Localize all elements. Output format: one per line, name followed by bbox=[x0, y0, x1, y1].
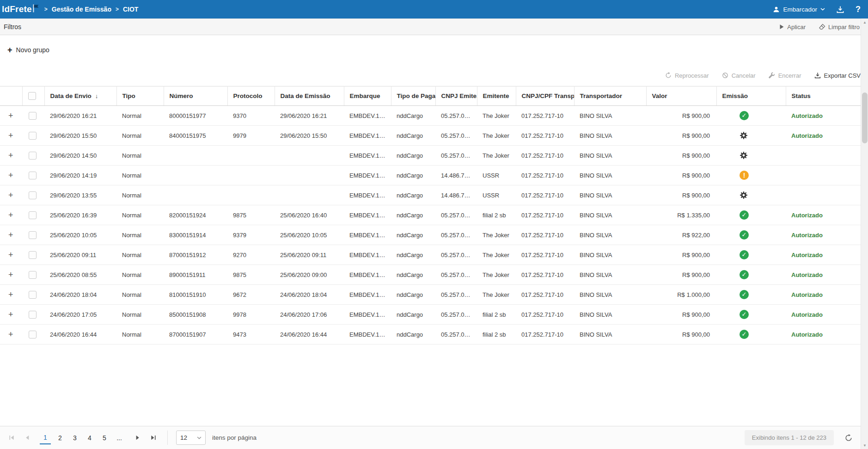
column-header-emitente[interactable]: Emitente bbox=[477, 86, 516, 106]
cell-tipo: Normal bbox=[116, 185, 164, 205]
page-button-2[interactable]: 2 bbox=[55, 431, 66, 444]
row-checkbox[interactable] bbox=[29, 311, 37, 319]
previous-page-button[interactable] bbox=[20, 431, 34, 445]
row-checkbox[interactable] bbox=[29, 132, 37, 140]
row-checkbox[interactable] bbox=[29, 211, 37, 219]
breadcrumb: > Gestão de Emissão > CIOT bbox=[44, 6, 139, 13]
cancel-button[interactable]: Cancelar bbox=[722, 72, 756, 79]
row-checkbox[interactable] bbox=[29, 152, 37, 160]
row-checkbox[interactable] bbox=[29, 172, 37, 179]
close-ciot-label: Encerrar bbox=[778, 72, 801, 79]
column-header-valor[interactable]: Valor bbox=[646, 86, 716, 106]
cell-tipo: Normal bbox=[116, 146, 164, 166]
column-header-embarque[interactable]: Embarque bbox=[344, 86, 391, 106]
expand-row-icon[interactable]: + bbox=[8, 250, 13, 259]
breadcrumb-item-ciot[interactable]: CIOT bbox=[123, 6, 138, 13]
column-header-transportador[interactable]: Transportador bbox=[574, 86, 646, 106]
first-page-button[interactable] bbox=[5, 431, 18, 445]
row-checkbox[interactable] bbox=[29, 251, 37, 259]
page-button-3[interactable]: 3 bbox=[69, 431, 80, 444]
export-csv-button[interactable]: Exportar CSV bbox=[814, 72, 861, 79]
row-checkbox[interactable] bbox=[29, 291, 37, 299]
cell-status: Autorizado bbox=[786, 265, 861, 285]
page-size-select[interactable]: 12 bbox=[176, 431, 206, 445]
cell-tipo: Normal bbox=[116, 126, 164, 146]
column-label: Emitente bbox=[483, 92, 509, 99]
expand-row-icon[interactable]: + bbox=[8, 111, 13, 120]
cell-emitente: USSR bbox=[477, 185, 516, 205]
expand-row-icon[interactable]: + bbox=[8, 151, 13, 160]
new-group-button[interactable]: + Novo grupo bbox=[7, 46, 49, 54]
column-header-status[interactable]: Status bbox=[786, 86, 861, 106]
pager-ellipsis-button[interactable]: ... bbox=[114, 431, 125, 444]
cell-tipo-pagamento: nddCargo bbox=[391, 146, 435, 166]
reprocess-button[interactable]: Reprocessar bbox=[665, 72, 709, 79]
cell-cnpj-emitente: 14.486.767/0... bbox=[435, 166, 477, 185]
column-header-data-de-envio[interactable]: Data de Envio↓ bbox=[44, 86, 116, 106]
cell-transportador: BINO SILVA bbox=[574, 285, 646, 305]
cell-emissao-status: ✓ bbox=[716, 305, 786, 325]
breadcrumb-item-gestao-de-emissao[interactable]: Gestão de Emissão bbox=[52, 6, 111, 13]
table-row: +25/06/2020 16:39Normal82000151924987525… bbox=[0, 205, 861, 225]
app-logo[interactable]: ldFrete bbox=[2, 4, 39, 14]
refresh-grid-icon[interactable] bbox=[845, 434, 852, 442]
expand-row-icon[interactable]: + bbox=[8, 310, 13, 319]
cell-emissao-status bbox=[716, 126, 786, 146]
last-page-button[interactable] bbox=[146, 431, 160, 445]
expand-row-icon[interactable]: + bbox=[8, 210, 13, 220]
expand-row-icon[interactable]: + bbox=[8, 290, 13, 299]
page-button-1[interactable]: 1 bbox=[40, 431, 51, 444]
cell-tipo: Normal bbox=[116, 106, 164, 126]
column-header-data-de-emissao[interactable]: Data de Emissão bbox=[275, 86, 344, 106]
table-body: +29/06/2020 16:21Normal80000151977937029… bbox=[0, 106, 861, 344]
expand-row-icon[interactable]: + bbox=[8, 270, 13, 279]
cell-status: Autorizado bbox=[786, 205, 861, 225]
cell-emitente: The Joker bbox=[477, 285, 516, 305]
row-checkbox[interactable] bbox=[29, 191, 37, 199]
emission-success-icon: ✓ bbox=[740, 330, 749, 339]
close-ciot-button[interactable]: Encerrar bbox=[769, 72, 801, 79]
row-checkbox[interactable] bbox=[29, 231, 37, 239]
column-header-numero[interactable]: Número bbox=[164, 86, 227, 106]
column-header-emissao[interactable]: Emissão bbox=[716, 86, 786, 106]
cell-tipo-pagamento: nddCargo bbox=[391, 325, 435, 344]
cell-tipo: Normal bbox=[116, 325, 164, 344]
cell-data-de-envio: 25/06/2020 16:39 bbox=[44, 205, 116, 225]
page-button-4[interactable]: 4 bbox=[84, 431, 95, 444]
cell-emissao-status bbox=[716, 185, 786, 205]
cell-tipo-pagamento: nddCargo bbox=[391, 126, 435, 146]
row-checkbox[interactable] bbox=[29, 112, 37, 120]
row-checkbox[interactable] bbox=[29, 271, 37, 279]
cell-emitente: The Joker bbox=[477, 265, 516, 285]
row-checkbox[interactable] bbox=[29, 331, 37, 338]
cell-data-de-emissao: 24/06/2020 18:04 bbox=[275, 285, 344, 305]
expand-row-icon[interactable]: + bbox=[8, 230, 13, 240]
cell-status: Autorizado bbox=[786, 325, 861, 344]
user-role-menu[interactable]: Embarcador bbox=[773, 6, 825, 13]
column-header-protocolo[interactable]: Protocolo bbox=[227, 86, 275, 106]
cell-cnpj-cpf-transportador: 017.252.717-10 bbox=[516, 305, 574, 325]
column-header-tipo[interactable]: Tipo bbox=[116, 86, 164, 106]
column-header-tipo-pagamento[interactable]: Tipo de Paga... bbox=[391, 86, 435, 106]
download-icon[interactable] bbox=[836, 6, 844, 13]
scroll-down-icon[interactable]: ▼ bbox=[861, 442, 868, 449]
expand-row-icon[interactable]: + bbox=[8, 131, 13, 140]
emission-success-icon: ✓ bbox=[740, 290, 749, 299]
column-header-cnpj-emitente[interactable]: CNPJ Emite... bbox=[435, 86, 477, 106]
cell-tipo-pagamento: nddCargo bbox=[391, 166, 435, 185]
page-button-5[interactable]: 5 bbox=[99, 431, 110, 444]
vertical-scrollbar[interactable]: ▲ ▼ bbox=[861, 18, 868, 449]
emission-warning-icon: ! bbox=[740, 171, 749, 180]
help-icon[interactable]: ? bbox=[856, 5, 861, 13]
select-all-checkbox[interactable] bbox=[28, 92, 36, 100]
expand-row-icon[interactable]: + bbox=[8, 171, 13, 180]
expand-row-icon[interactable]: + bbox=[8, 330, 13, 339]
scroll-up-icon[interactable]: ▲ bbox=[861, 18, 868, 26]
clear-filter-button[interactable]: Limpar filtro bbox=[819, 24, 860, 31]
next-page-button[interactable] bbox=[130, 431, 144, 445]
cell-data-de-envio: 29/06/2020 14:19 bbox=[44, 166, 116, 185]
apply-filter-button[interactable]: Aplicar bbox=[779, 24, 806, 31]
expand-row-icon[interactable]: + bbox=[8, 191, 13, 200]
column-header-cnpj-cpf-transportador[interactable]: CNPJ/CPF Transp... bbox=[516, 86, 574, 106]
scrollbar-thumb[interactable] bbox=[862, 92, 868, 143]
